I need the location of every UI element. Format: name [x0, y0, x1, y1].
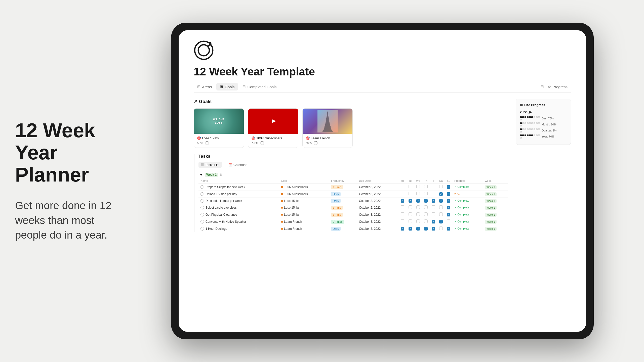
- day-su-5[interactable]: [445, 218, 452, 225]
- subtab-tasks-list[interactable]: ☰ Tasks List: [198, 162, 222, 168]
- subtab-calendar[interactable]: 📅 Calendar: [226, 162, 249, 168]
- day-su-0[interactable]: ✓: [445, 184, 452, 191]
- week-header[interactable]: ▼ Week 1 8: [198, 171, 508, 178]
- tab-goals[interactable]: ⊞ Goals: [216, 83, 238, 90]
- task-circle-0[interactable]: [200, 185, 204, 189]
- tab-areas[interactable]: ⊞ Areas: [194, 83, 215, 90]
- table-row: Get Physical Clearance Lose 15 lbs 1 Tim…: [198, 211, 508, 218]
- goal-progress-2: 7.1%: [251, 141, 295, 145]
- day-sa-3[interactable]: [437, 204, 445, 211]
- progress-row-1: Month: 10%: [520, 122, 567, 126]
- dot-5: [531, 116, 533, 118]
- goal-card-french[interactable]: 🎯 Learn French 50%: [302, 108, 353, 148]
- day-th-4[interactable]: [422, 211, 430, 218]
- day-we-4[interactable]: [414, 211, 422, 218]
- goal-card-body-1: 🎯 Lose 15 lbs 50%: [194, 134, 244, 148]
- day-tu-1[interactable]: [407, 191, 414, 198]
- day-sa-5[interactable]: ✓: [437, 218, 445, 225]
- tablet-device: 12 Week Year Template ⊞ Areas ⊞ Goals ⊞ …: [171, 23, 594, 339]
- task-circle-2[interactable]: [200, 199, 204, 203]
- day-we-2[interactable]: ✓: [414, 198, 422, 204]
- day-su-1[interactable]: ✓: [445, 191, 452, 198]
- collapse-icon: ▼: [199, 173, 203, 177]
- dot-8: [538, 116, 540, 118]
- svg-rect-11: [323, 131, 333, 132]
- dot-8: [538, 134, 540, 136]
- right-panel: ⊞ Life Progress 2022 Q4 Day: 75% Month: …: [516, 99, 571, 236]
- progress-label-1: Month: 10%: [542, 123, 556, 126]
- day-mo-1[interactable]: [398, 191, 406, 198]
- day-fr-0[interactable]: [430, 184, 437, 191]
- dot-2: [525, 134, 526, 136]
- day-mo-3[interactable]: [398, 204, 406, 211]
- day-tu-0[interactable]: [407, 184, 414, 191]
- task-circle-4[interactable]: [200, 213, 204, 216]
- day-th-0[interactable]: [422, 184, 430, 191]
- day-th-5[interactable]: [422, 218, 430, 225]
- day-th-6[interactable]: ✓: [422, 225, 430, 232]
- life-progress-panel: ⊞ Life Progress 2022 Q4 Day: 75% Month: …: [516, 99, 571, 145]
- day-tu-3[interactable]: [407, 204, 414, 211]
- task-circle-3[interactable]: [200, 206, 204, 209]
- left-panel: 12 Week Year Planner Get more done in 12…: [0, 99, 141, 263]
- day-mo-5[interactable]: [398, 218, 406, 225]
- dot-7: [536, 128, 538, 130]
- day-we-6[interactable]: ✓: [414, 225, 422, 232]
- day-fr-4[interactable]: [430, 211, 437, 218]
- goal-dot-6: [281, 228, 283, 230]
- day-fr-3[interactable]: [430, 204, 437, 211]
- dot-4: [529, 122, 531, 124]
- day-mo-4[interactable]: [398, 211, 406, 218]
- day-su-3[interactable]: ✓: [445, 204, 452, 211]
- task-due-2: October 8, 2022: [357, 198, 398, 204]
- day-mo-0[interactable]: [398, 184, 406, 191]
- day-mo-2[interactable]: ✓: [398, 198, 406, 204]
- day-sa-1[interactable]: ✓: [437, 191, 445, 198]
- day-tu-2[interactable]: ✓: [407, 198, 414, 204]
- day-tu-5[interactable]: [407, 218, 414, 225]
- task-week-5: Week 1: [483, 218, 508, 225]
- goals-section-title: ↗ Goals: [194, 99, 508, 104]
- day-we-1[interactable]: [414, 191, 422, 198]
- day-th-1[interactable]: [422, 191, 430, 198]
- task-progress-6: ✓ Complete: [452, 225, 483, 232]
- day-mo-6[interactable]: ✓: [398, 225, 406, 232]
- goal-dot-4: [281, 214, 283, 216]
- day-su-2[interactable]: ✓: [445, 198, 452, 204]
- life-icon: ⊞: [541, 84, 544, 89]
- day-we-3[interactable]: [414, 204, 422, 211]
- day-tu-6[interactable]: ✓: [407, 225, 414, 232]
- day-th-2[interactable]: ✓: [422, 198, 430, 204]
- day-sa-4[interactable]: [437, 211, 445, 218]
- day-fr-5[interactable]: ✓: [430, 218, 437, 225]
- subtitle-text: Get more done in 12 weeks than most peop…: [15, 198, 126, 243]
- dot-0: [520, 116, 522, 118]
- day-su-4[interactable]: ✓: [445, 211, 452, 218]
- col-su: Su: [445, 178, 452, 184]
- day-fr-6[interactable]: ✓: [430, 225, 437, 232]
- tab-life-progress[interactable]: ⊞ Life Progress: [537, 83, 571, 90]
- day-th-3[interactable]: [422, 204, 430, 211]
- main-area: ↗ Goals WEIGHTLOSS 🎯 Los: [194, 99, 571, 236]
- day-we-5[interactable]: [414, 218, 422, 225]
- day-fr-1[interactable]: [430, 191, 437, 198]
- dot-6: [534, 122, 535, 124]
- day-we-0[interactable]: [414, 184, 422, 191]
- day-su-6[interactable]: ✓: [445, 225, 452, 232]
- day-sa-2[interactable]: ✓: [437, 198, 445, 204]
- table-row: Prepare Scripts for next week 100K Subsc…: [198, 184, 508, 191]
- day-sa-0[interactable]: [437, 184, 445, 191]
- task-circle-5[interactable]: [200, 220, 204, 223]
- day-tu-4[interactable]: [407, 211, 414, 218]
- areas-icon: ⊞: [197, 84, 200, 89]
- task-progress-2: ✓ Complete: [452, 198, 483, 204]
- tab-completed-goals[interactable]: ⊞ Completed Goals: [239, 83, 280, 90]
- task-circle-6[interactable]: [200, 227, 204, 231]
- day-fr-2[interactable]: ✓: [430, 198, 437, 204]
- task-circle-1[interactable]: [200, 192, 204, 196]
- goal-card-100k[interactable]: 🎯 100K Subscribers 7.1%: [248, 108, 298, 148]
- day-sa-6[interactable]: [437, 225, 445, 232]
- col-freq: Frequency: [329, 178, 357, 184]
- dot-4: [529, 134, 531, 136]
- goal-card-lose-15lbs[interactable]: WEIGHTLOSS 🎯 Lose 15 lbs 50%: [194, 108, 244, 148]
